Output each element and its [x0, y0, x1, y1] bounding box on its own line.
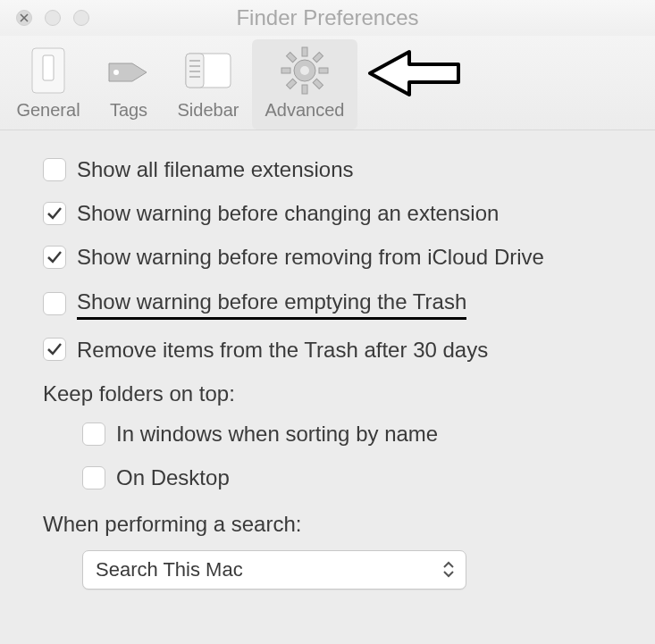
tab-advanced[interactable]: Advanced [252, 39, 357, 130]
option-warn-icloud-remove: Show warning before removing from iCloud… [43, 243, 612, 271]
option-warn-change-ext: Show warning before changing an extensio… [43, 199, 612, 227]
option-show-extensions: Show all filename extensions [43, 155, 612, 183]
general-icon [27, 45, 70, 96]
annotation-arrow-icon [365, 46, 463, 104]
svg-rect-3 [43, 55, 54, 80]
svg-rect-19 [313, 79, 323, 88]
zoom-button[interactable] [73, 10, 89, 26]
titlebar: Finder Preferences [0, 0, 655, 36]
svg-rect-18 [286, 52, 296, 62]
checkbox-warn-empty-trash[interactable] [43, 292, 66, 315]
tab-tags[interactable]: Tags [93, 39, 164, 130]
option-folders-in-windows: In windows when sorting by name [43, 420, 612, 447]
tab-general[interactable]: General [5, 39, 91, 130]
content-pane: Show all filename extensions Show warnin… [0, 130, 655, 644]
folders-on-top-label: Keep folders on top: [43, 380, 612, 407]
checkbox-warn-icloud-remove[interactable] [43, 246, 66, 269]
chevron-up-down-icon [442, 561, 455, 578]
tab-label: General [16, 100, 80, 121]
window-title: Finder Preferences [0, 5, 655, 30]
tags-icon [102, 45, 155, 96]
tab-label: Sidebar [178, 100, 239, 121]
option-folders-on-desktop: On Desktop [43, 464, 612, 491]
traffic-lights [0, 10, 89, 26]
tab-label: Tags [110, 100, 147, 121]
tab-label: Advanced [265, 100, 345, 121]
checkbox-folders-on-desktop[interactable] [82, 466, 105, 489]
svg-point-12 [300, 66, 309, 75]
checkbox-folders-in-windows[interactable] [82, 422, 105, 446]
search-scope-select[interactable]: Search This Mac [82, 550, 466, 590]
option-label: Show warning before emptying the Trash [77, 288, 466, 320]
svg-rect-17 [313, 52, 323, 62]
checkbox-show-extensions[interactable] [43, 158, 66, 181]
checkbox-warn-change-ext[interactable] [43, 202, 66, 225]
search-label: When performing a search: [43, 510, 612, 538]
option-label: Show warning before changing an extensio… [77, 199, 499, 227]
option-auto-remove-trash: Remove items from the Trash after 30 day… [43, 336, 612, 364]
tab-sidebar[interactable]: Sidebar [166, 39, 250, 130]
svg-rect-16 [281, 68, 290, 73]
svg-rect-20 [286, 79, 296, 88]
close-button[interactable] [16, 10, 32, 26]
option-label: Show all filename extensions [77, 155, 354, 183]
option-label: Show warning before removing from iCloud… [77, 243, 544, 271]
option-label: On Desktop [116, 464, 230, 491]
advanced-icon [278, 45, 332, 96]
toolbar: General Tags S [0, 36, 655, 130]
svg-point-4 [113, 70, 119, 75]
sidebar-icon [182, 45, 234, 96]
preferences-window: Finder Preferences General Tags [0, 0, 655, 644]
checkbox-auto-remove-trash[interactable] [43, 338, 66, 361]
select-value: Search This Mac [96, 558, 442, 581]
minimize-button[interactable] [45, 10, 61, 26]
option-warn-empty-trash: Show warning before emptying the Trash [43, 288, 612, 320]
svg-rect-14 [302, 85, 307, 94]
svg-rect-15 [319, 68, 328, 73]
option-label: In windows when sorting by name [116, 420, 438, 447]
svg-rect-13 [302, 47, 307, 56]
option-label: Remove items from the Trash after 30 day… [77, 336, 488, 364]
